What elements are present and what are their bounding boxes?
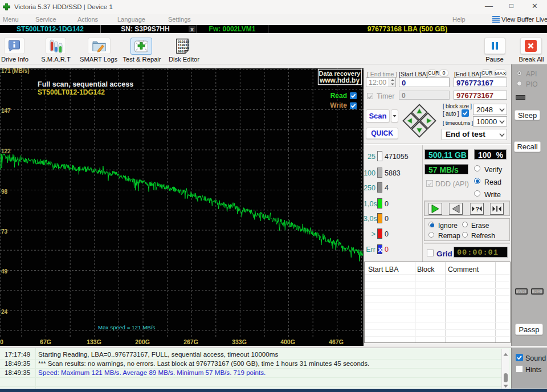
svg-text:467G: 467G [329, 338, 344, 345]
svg-text:0: 0 [0, 338, 3, 345]
svg-text:267G: 267G [183, 338, 198, 345]
svg-text:122: 122 [1, 148, 11, 154]
svg-text:147: 147 [1, 108, 11, 114]
svg-text:133G: 133G [87, 338, 101, 345]
svg-text:Full scan, sequential access: Full scan, sequential access [38, 80, 133, 88]
svg-text:0001: 0001 [178, 50, 186, 54]
svg-text:ST500LT012-1DG142: ST500LT012-1DG142 [38, 88, 105, 96]
svg-text:Max speed = 121 MB/s: Max speed = 121 MB/s [98, 324, 156, 330]
svg-text:www.hdd.by: www.hdd.by [319, 76, 360, 84]
svg-text:67G: 67G [40, 338, 51, 345]
svg-text:333G: 333G [232, 338, 247, 345]
svg-text:98: 98 [1, 189, 8, 195]
svg-text:400G: 400G [280, 338, 295, 345]
svg-text:171: 171 [1, 68, 11, 74]
svg-text:?: ? [476, 205, 479, 212]
svg-text:Write: Write [330, 101, 347, 109]
svg-text:200G: 200G [135, 338, 150, 345]
svg-text:Read: Read [330, 92, 347, 100]
svg-text:(MB/s): (MB/s) [12, 68, 30, 74]
svg-text:49: 49 [1, 268, 8, 275]
svg-text:73: 73 [1, 228, 8, 235]
svg-text:24: 24 [1, 309, 8, 315]
svg-text:Data recovery: Data recovery [319, 70, 361, 77]
